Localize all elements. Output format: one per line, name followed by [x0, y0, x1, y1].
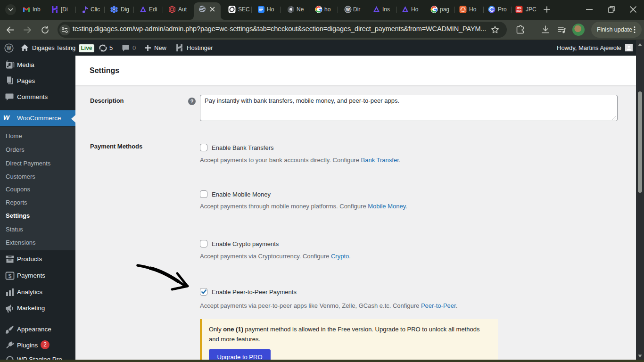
- svg-text:JPG: JPG: [517, 7, 521, 9]
- svg-text:W: W: [346, 7, 350, 12]
- svg-text:W: W: [7, 46, 11, 51]
- svg-text:$: $: [8, 273, 12, 280]
- svg-text:PNG: PNG: [517, 10, 522, 13]
